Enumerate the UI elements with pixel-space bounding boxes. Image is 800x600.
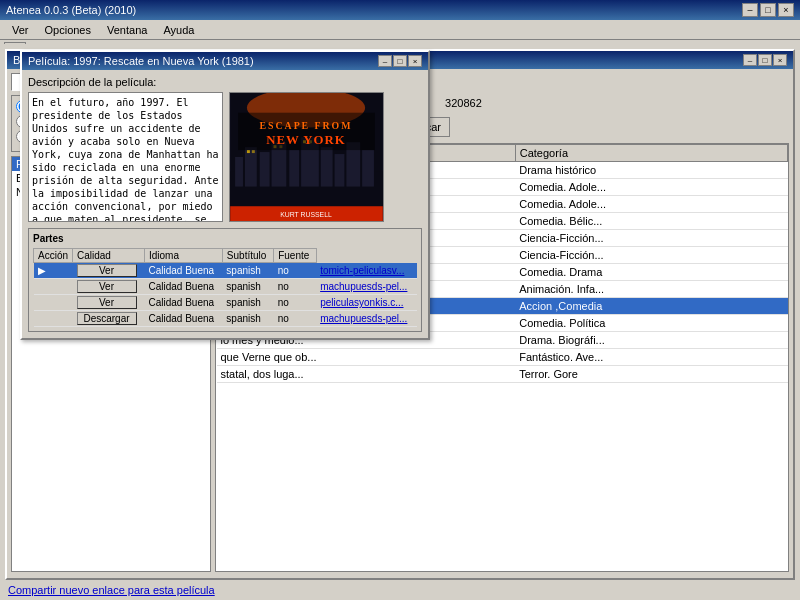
partes-action-cell: Descargar [73, 311, 145, 327]
inner-close[interactable]: × [773, 54, 787, 66]
popup-body: ESCAPE FROM NEW YORK KURT RUSSELL [28, 92, 422, 222]
result-category: Comedia. Adole... [515, 196, 787, 213]
partes-table: Acción Calidad Idioma Subtítulo Fuente ▶… [33, 248, 417, 327]
popup-title-bar: Película: 1997: Rescate en Nueva York (1… [22, 52, 428, 70]
svg-rect-10 [335, 154, 345, 186]
movie-popup: Película: 1997: Rescate en Nueva York (1… [20, 50, 430, 340]
partes-idioma: spanish [222, 263, 273, 279]
menu-bar: Ver Opciones Ventana Ayuda [0, 20, 800, 40]
partes-col-calidad: Calidad [73, 249, 145, 263]
result-category: Comedia. Bélic... [515, 213, 787, 230]
result-category: Drama. Biográfi... [515, 332, 787, 349]
fuente-link[interactable]: machupuesds-pel... [320, 281, 407, 292]
partes-idioma: spanish [222, 279, 273, 295]
partes-subtitulo: no [274, 279, 316, 295]
svg-text:KURT RUSSELL: KURT RUSSELL [280, 211, 332, 218]
ver-button[interactable]: Ver [77, 264, 137, 277]
popup-title: Película: 1997: Rescate en Nueva York (1… [28, 55, 254, 67]
descripcion-text[interactable] [28, 92, 223, 222]
partes-col-accion: Acción [34, 249, 73, 263]
popup-maximize[interactable]: □ [393, 55, 407, 67]
svg-text:NEW YORK: NEW YORK [266, 133, 345, 147]
partes-arrow [34, 279, 73, 295]
ver-button[interactable]: Ver [77, 280, 137, 293]
partes-idioma: spanish [222, 311, 273, 327]
partes-calidad: Calidad Buena [144, 295, 222, 311]
enlaces-value: 320862 [445, 97, 482, 109]
partes-subtitulo: no [274, 311, 316, 327]
partes-col-fuente: Fuente [274, 249, 316, 263]
result-row[interactable]: statal, dos luga...Terror. Gore [217, 366, 788, 383]
svg-rect-14 [252, 150, 255, 153]
title-bar: Atenea 0.0.3 (Beta) (2010) – □ × [0, 0, 800, 20]
partes-col-idioma: Idioma [144, 249, 222, 263]
partes-calidad: Calidad Buena [144, 279, 222, 295]
menu-ayuda[interactable]: Ayuda [155, 22, 202, 38]
svg-rect-7 [289, 150, 299, 186]
partes-fuente[interactable]: machupuesds-pel... [316, 311, 417, 327]
result-category: Terror. Gore [515, 366, 787, 383]
menu-ventana[interactable]: Ventana [99, 22, 155, 38]
partes-calidad: Calidad Buena [144, 263, 222, 279]
minimize-button[interactable]: – [742, 3, 758, 17]
partes-row: VerCalidad Buenaspanishnopeliculasyonkis… [34, 295, 418, 311]
ver-button[interactable]: Ver [77, 296, 137, 309]
svg-rect-4 [245, 147, 257, 186]
fuente-link[interactable]: machupuesds-pel... [320, 313, 407, 324]
result-category: Ciencia-Ficción... [515, 230, 787, 247]
partes-arrow: ▶ [34, 263, 73, 279]
maximize-button[interactable]: □ [760, 3, 776, 17]
partes-subtitulo: no [274, 263, 316, 279]
menu-opciones[interactable]: Opciones [37, 22, 99, 38]
col-header-category: Categoría [515, 145, 787, 162]
partes-subtitulo: no [274, 295, 316, 311]
svg-rect-5 [260, 152, 270, 186]
fuente-link[interactable]: peliculasyonkis.c... [320, 297, 403, 308]
descargar-button[interactable]: Descargar [77, 312, 137, 325]
app-title: Atenea 0.0.3 (Beta) (2010) [6, 4, 136, 16]
bottom-link[interactable]: Compartir nuevo enlace para esta películ… [8, 584, 215, 596]
partes-fuente[interactable]: tomich-peliculasv... [316, 263, 417, 279]
partes-row: VerCalidad Buenaspanishnomachupuesds-pel… [34, 279, 418, 295]
partes-action-cell: Ver [73, 295, 145, 311]
partes-label: Partes [33, 233, 417, 244]
movie-poster: ESCAPE FROM NEW YORK KURT RUSSELL [229, 92, 384, 222]
partes-group: Partes Acción Calidad Idioma Subtítulo F… [28, 228, 422, 332]
partes-fuente[interactable]: peliculasyonkis.c... [316, 295, 417, 311]
svg-rect-9 [321, 147, 333, 186]
popup-content: Descripción de la película: [22, 70, 428, 338]
result-title: statal, dos luga... [217, 366, 516, 383]
inner-title-btns: – □ × [743, 54, 787, 66]
svg-rect-13 [247, 150, 250, 153]
result-category: Accion ,Comedia [515, 298, 787, 315]
partes-arrow [34, 295, 73, 311]
inner-minimize[interactable]: – [743, 54, 757, 66]
svg-rect-12 [362, 150, 374, 186]
popup-title-btns: – □ × [378, 55, 422, 67]
svg-rect-3 [235, 157, 243, 187]
descripcion-label: Descripción de la película: [28, 76, 422, 88]
partes-arrow [34, 311, 73, 327]
close-button[interactable]: × [778, 3, 794, 17]
partes-fuente[interactable]: machupuesds-pel... [316, 279, 417, 295]
menu-ver[interactable]: Ver [4, 22, 37, 38]
row-arrow-icon: ▶ [38, 265, 46, 276]
title-bar-buttons: – □ × [742, 3, 794, 17]
popup-minimize[interactable]: – [378, 55, 392, 67]
partes-calidad: Calidad Buena [144, 311, 222, 327]
partes-col-subtitulo: Subtítulo [222, 249, 273, 263]
svg-text:ESCAPE FROM: ESCAPE FROM [260, 120, 353, 131]
result-row[interactable]: que Verne que ob...Fantástico. Ave... [217, 349, 788, 366]
popup-close[interactable]: × [408, 55, 422, 67]
result-category: Comedia. Drama [515, 264, 787, 281]
result-category: Animación. Infa... [515, 281, 787, 298]
partes-action-cell: Ver [73, 263, 145, 279]
partes-action-cell: Ver [73, 279, 145, 295]
fuente-link[interactable]: tomich-peliculasv... [320, 265, 404, 276]
partes-row: DescargarCalidad Buenaspanishnomachupues… [34, 311, 418, 327]
result-category: Comedia. Política [515, 315, 787, 332]
result-category: Fantástico. Ave... [515, 349, 787, 366]
partes-idioma: spanish [222, 295, 273, 311]
result-category: Ciencia-Ficción... [515, 247, 787, 264]
inner-maximize[interactable]: □ [758, 54, 772, 66]
